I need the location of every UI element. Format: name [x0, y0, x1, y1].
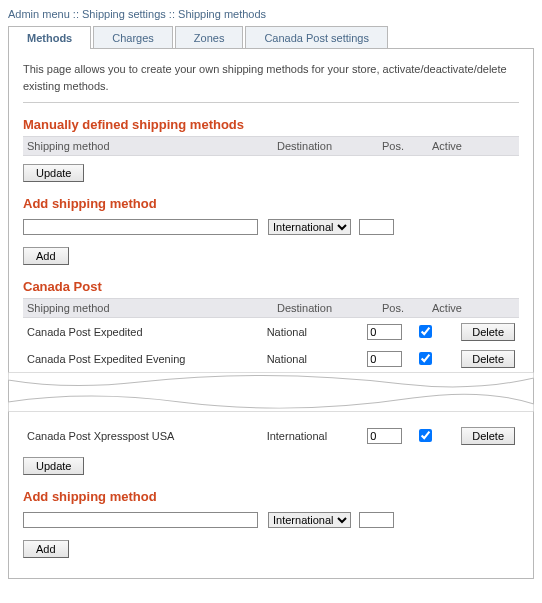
- table-row: Canada Post Expedited National Delete: [23, 318, 519, 345]
- new-method-destination-select[interactable]: International: [268, 219, 351, 235]
- cell-method: Canada Post Xpresspost USA: [27, 430, 267, 442]
- table-row: Canada Post Xpresspost USA International…: [23, 422, 519, 449]
- new-method-destination-select[interactable]: International: [268, 512, 351, 528]
- table-row: Canada Post Expedited Evening National D…: [23, 345, 519, 372]
- add-method-row: International: [23, 215, 519, 239]
- header-destination: Destination: [277, 302, 382, 314]
- cell-destination: International: [267, 430, 368, 442]
- new-method-name-input[interactable]: [23, 219, 258, 235]
- header-method: Shipping method: [27, 140, 277, 152]
- breadcrumb-shipping-settings[interactable]: Shipping settings: [82, 8, 166, 20]
- update-button[interactable]: Update: [23, 164, 84, 182]
- cell-method: Canada Post Expedited Evening: [27, 353, 267, 365]
- tab-methods[interactable]: Methods: [8, 26, 91, 49]
- section-manually-defined-title: Manually defined shipping methods: [23, 117, 519, 132]
- tab-zones[interactable]: Zones: [175, 26, 244, 49]
- cell-method: Canada Post Expedited: [27, 326, 267, 338]
- cell-destination: National: [267, 353, 368, 365]
- breadcrumb-sep: ::: [73, 8, 79, 20]
- header-method: Shipping method: [27, 302, 277, 314]
- header-pos: Pos.: [382, 140, 432, 152]
- cell-destination: National: [267, 326, 368, 338]
- header-active: Active: [432, 302, 480, 314]
- add-button[interactable]: Add: [23, 540, 69, 558]
- section-canada-post-title: Canada Post: [23, 279, 519, 294]
- new-method-pos-input[interactable]: [359, 219, 394, 235]
- active-checkbox[interactable]: [419, 325, 432, 338]
- active-checkbox[interactable]: [419, 352, 432, 365]
- new-method-pos-input[interactable]: [359, 512, 394, 528]
- header-pos: Pos.: [382, 302, 432, 314]
- tab-bar: Methods Charges Zones Canada Post settin…: [8, 26, 534, 49]
- pos-input[interactable]: [367, 351, 402, 367]
- add-shipping-method-title: Add shipping method: [23, 489, 519, 504]
- header-active: Active: [432, 140, 480, 152]
- delete-button[interactable]: Delete: [461, 350, 515, 368]
- add-method-row: International: [23, 508, 519, 532]
- header-destination: Destination: [277, 140, 382, 152]
- intro-text: This page allows you to create your own …: [23, 61, 519, 103]
- active-checkbox[interactable]: [419, 429, 432, 442]
- table-header: Shipping method Destination Pos. Active: [23, 298, 519, 318]
- main-panel: This page allows you to create your own …: [8, 48, 534, 579]
- tab-charges[interactable]: Charges: [93, 26, 173, 49]
- breadcrumb-admin-menu[interactable]: Admin menu: [8, 8, 70, 20]
- tab-canada-post-settings[interactable]: Canada Post settings: [245, 26, 388, 49]
- add-button[interactable]: Add: [23, 247, 69, 265]
- breadcrumb: Admin menu :: Shipping settings :: Shipp…: [8, 8, 534, 20]
- table-header: Shipping method Destination Pos. Active: [23, 136, 519, 156]
- delete-button[interactable]: Delete: [461, 323, 515, 341]
- add-shipping-method-title: Add shipping method: [23, 196, 519, 211]
- pos-input[interactable]: [367, 428, 402, 444]
- pos-input[interactable]: [367, 324, 402, 340]
- new-method-name-input[interactable]: [23, 512, 258, 528]
- delete-button[interactable]: Delete: [461, 427, 515, 445]
- breadcrumb-sep: ::: [169, 8, 175, 20]
- update-button[interactable]: Update: [23, 457, 84, 475]
- breadcrumb-shipping-methods: Shipping methods: [178, 8, 266, 20]
- content-gap-indicator: [9, 372, 533, 412]
